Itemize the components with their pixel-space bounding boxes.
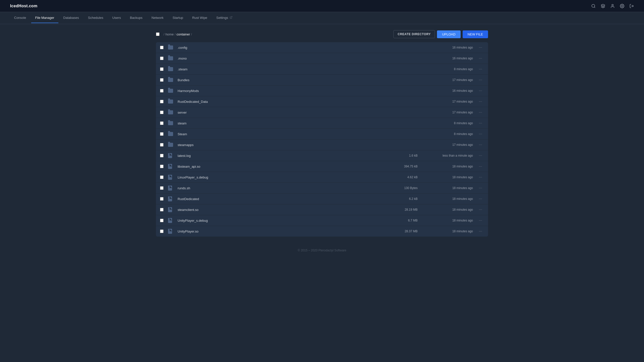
file-context-menu[interactable]: ··· (477, 196, 484, 202)
file-name[interactable]: server (178, 111, 387, 114)
file-name[interactable]: libsteam_api.so (178, 165, 387, 168)
row-checkbox[interactable] (160, 46, 164, 49)
file-context-menu[interactable]: ··· (477, 229, 484, 234)
table-row: HarmonyMods16 minutes ago··· (156, 85, 488, 96)
file-name[interactable]: LinuxPlayer_s.debug (178, 175, 387, 179)
file-name[interactable]: latest.log (178, 154, 387, 158)
file-name[interactable]: UnityPlayer_s.debug (178, 219, 387, 222)
row-checkbox[interactable] (160, 100, 164, 103)
file-name[interactable]: RustDedicated_Data (178, 100, 387, 104)
row-checkbox-wrap (160, 197, 165, 201)
file-context-menu[interactable]: ··· (477, 77, 484, 83)
row-checkbox-wrap (160, 57, 165, 60)
row-checkbox-wrap (160, 132, 165, 136)
file-context-menu[interactable]: ··· (477, 88, 484, 94)
file-context-menu[interactable]: ··· (477, 142, 484, 148)
nav-rust-wipe[interactable]: Rust Wipe (188, 13, 211, 23)
file-size: 4.62 kB (387, 175, 418, 179)
new-file-button[interactable]: NEW FILE (463, 30, 488, 38)
folder-icon (168, 56, 175, 60)
row-checkbox[interactable] (160, 111, 164, 114)
file-context-menu[interactable]: ··· (477, 45, 484, 50)
row-checkbox[interactable] (160, 121, 164, 125)
nav-users[interactable]: Users (108, 13, 125, 23)
select-all-checkbox[interactable] (156, 32, 159, 36)
nav-console[interactable]: Console (10, 13, 30, 23)
gear-icon[interactable] (620, 4, 624, 8)
row-checkbox[interactable] (160, 67, 164, 71)
file-context-menu[interactable]: ··· (477, 164, 484, 169)
file-name[interactable]: RustDedicated (178, 197, 387, 201)
folder-icon (168, 67, 175, 71)
nav-network[interactable]: Network (147, 13, 168, 23)
file-name[interactable]: .mono (178, 57, 387, 60)
nav-schedules[interactable]: Schedules (84, 13, 107, 23)
breadcrumb-root-separator: / (164, 32, 165, 36)
file-context-menu[interactable]: ··· (477, 56, 484, 61)
table-row: Bundles17 minutes ago··· (156, 75, 488, 85)
file-context-menu[interactable]: ··· (477, 185, 484, 191)
file-date: 18 minutes ago (423, 165, 473, 168)
table-row: UnityPlayer.so28.37 MB18 minutes ago··· (156, 226, 488, 237)
row-checkbox[interactable] (160, 57, 164, 60)
row-checkbox-wrap (160, 121, 165, 125)
nav-databases[interactable]: Databases (59, 13, 83, 23)
row-checkbox[interactable] (160, 230, 164, 233)
row-checkbox[interactable] (160, 78, 164, 82)
file-name[interactable]: .config (178, 46, 387, 50)
file-name[interactable]: Steam (178, 132, 387, 136)
file-name[interactable]: UnityPlayer.so (178, 230, 387, 233)
row-checkbox[interactable] (160, 165, 164, 168)
table-row: .steam8 minutes ago··· (156, 64, 488, 75)
nav-backups[interactable]: Backups (126, 13, 146, 23)
toolbar-actions: CREATE DIRECTORY UPLOAD NEW FILE (393, 30, 488, 38)
row-checkbox[interactable] (160, 132, 164, 136)
file-name[interactable]: HarmonyMods (178, 89, 387, 93)
file-context-menu[interactable]: ··· (477, 110, 484, 115)
file-context-menu[interactable]: ··· (477, 131, 484, 137)
row-checkbox[interactable] (160, 143, 164, 147)
file-context-menu[interactable]: ··· (477, 174, 484, 180)
table-row: Steam8 minutes ago··· (156, 129, 488, 140)
file-name[interactable]: Bundles (178, 78, 387, 82)
row-checkbox[interactable] (160, 208, 164, 211)
row-checkbox[interactable] (160, 219, 164, 222)
file-date: 8 minutes ago (423, 121, 473, 125)
file-icon (168, 218, 175, 223)
file-icon (168, 186, 175, 191)
layers-icon[interactable] (601, 4, 605, 8)
search-icon[interactable] (591, 4, 596, 8)
file-context-menu[interactable]: ··· (477, 153, 484, 158)
file-date: 18 minutes ago (423, 230, 473, 233)
row-checkbox[interactable] (160, 197, 164, 201)
file-context-menu[interactable]: ··· (477, 66, 484, 72)
file-date: 17 minutes ago (423, 78, 473, 82)
logout-icon[interactable] (629, 4, 634, 8)
file-date: 16 minutes ago (423, 57, 473, 60)
nav-startup[interactable]: Startup (169, 13, 187, 23)
user-icon[interactable] (610, 4, 615, 8)
file-size: 28.19 MB (387, 208, 418, 211)
file-name[interactable]: .steam (178, 67, 387, 71)
create-directory-button[interactable]: CREATE DIRECTORY (393, 30, 435, 38)
row-checkbox[interactable] (160, 186, 164, 190)
file-context-menu[interactable]: ··· (477, 207, 484, 212)
row-checkbox[interactable] (160, 154, 164, 157)
breadcrumb-sep3: / (191, 32, 192, 36)
row-checkbox[interactable] (160, 89, 164, 93)
file-context-menu[interactable]: ··· (477, 99, 484, 104)
nav-settings[interactable]: Settings (212, 13, 236, 23)
file-name[interactable]: runds.sh (178, 186, 387, 190)
upload-button[interactable]: UPLOAD (437, 30, 460, 38)
nav-bar: Console File Manager Databases Schedules… (0, 12, 644, 24)
file-context-menu[interactable]: ··· (477, 120, 484, 126)
folder-icon (168, 89, 175, 93)
file-name[interactable]: steamapps (178, 143, 387, 147)
folder-icon (168, 121, 175, 125)
breadcrumb-home[interactable]: home (166, 32, 174, 36)
row-checkbox[interactable] (160, 175, 164, 179)
file-name[interactable]: steam (178, 121, 387, 125)
file-context-menu[interactable]: ··· (477, 218, 484, 223)
file-name[interactable]: steamclient.so (178, 208, 387, 212)
nav-file-manager[interactable]: File Manager (31, 13, 58, 23)
